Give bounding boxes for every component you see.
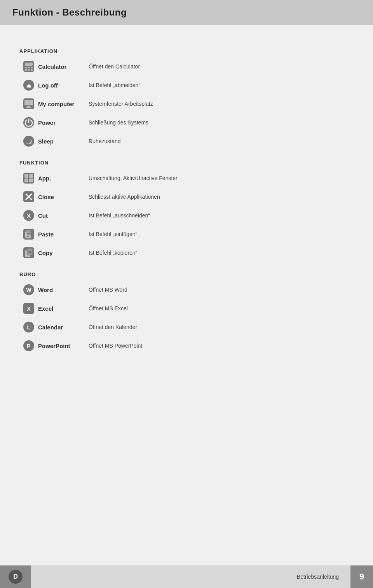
sleep-desc: Ruhezustand <box>89 138 121 144</box>
excel-icon: X <box>19 301 38 315</box>
svg-rect-28 <box>27 230 31 233</box>
svg-rect-7 <box>31 69 33 71</box>
calendar-icon: L <box>19 320 38 334</box>
power-icon <box>19 116 38 130</box>
svg-rect-34 <box>27 248 33 255</box>
paste-label: Paste <box>38 231 89 238</box>
excel-label: Excel <box>38 305 89 312</box>
copy-label: Copy <box>38 250 89 256</box>
svg-rect-12 <box>27 106 30 107</box>
svg-rect-3 <box>28 67 30 68</box>
svg-rect-31 <box>27 236 29 237</box>
list-item: Paste Ist Befehl „einfügen“ <box>16 225 357 243</box>
list-item: My computer Systemfenster Arbeitsplatz <box>16 94 357 113</box>
app-icon <box>19 171 38 185</box>
footer-center: Betriebsanleitung <box>31 565 350 588</box>
powerpoint-desc: Öffnet MS PowerPoint <box>89 343 142 349</box>
svg-rect-29 <box>27 233 31 234</box>
svg-rect-2 <box>25 67 27 68</box>
section-applikation-header: APPLIKATION <box>19 48 357 54</box>
word-label: Word <box>38 287 89 293</box>
footer-badge-area: D <box>0 565 31 588</box>
calculator-icon <box>19 60 38 74</box>
list-item: Calculator Öffnet den Calculator <box>16 57 357 76</box>
list-item: ⏏ Log off Ist Befehl „abmelden“ <box>16 76 357 94</box>
logoff-icon: ⏏ <box>19 78 38 92</box>
close-desc: Schliesst aktive Applikationen <box>89 194 160 200</box>
paste-icon <box>19 227 38 241</box>
close-label: Close <box>38 194 89 200</box>
list-item: Power Schließung des Systems <box>16 113 357 132</box>
powerpoint-icon: P <box>19 339 38 353</box>
sleep-label: Sleep <box>38 138 89 145</box>
cut-label: Cut <box>38 212 89 219</box>
calendar-label: Calendar <box>38 324 89 331</box>
svg-text:X: X <box>27 306 31 312</box>
svg-text:⏏: ⏏ <box>26 83 31 89</box>
footer-page-number: 9 <box>350 565 373 588</box>
logoff-label: Log off <box>38 82 89 89</box>
svg-text:L: L <box>27 324 30 331</box>
footer: D Betriebsanleitung 9 <box>0 565 373 588</box>
svg-rect-19 <box>24 178 28 182</box>
svg-rect-30 <box>27 234 31 235</box>
list-item: App. Umschaltung: Aktiv/Unactive Fenster <box>16 169 357 187</box>
svg-text:X: X <box>27 212 31 219</box>
svg-text:P: P <box>27 343 30 349</box>
svg-rect-20 <box>29 178 33 182</box>
svg-text:W: W <box>26 287 31 293</box>
content-area: APPLIKATION Calculator Öffnet den Calcul… <box>0 37 373 371</box>
calculator-desc: Öffnet den Calculator <box>89 63 140 70</box>
list-item: W Word Öffnet MS Word <box>16 280 357 299</box>
section-funktion-header: FUNKTION <box>19 160 357 166</box>
power-label: Power <box>38 119 89 126</box>
page-title: Funktion - Beschreibung <box>12 7 361 18</box>
list-item: X Excel Öffnet MS Excel <box>16 299 357 318</box>
mycomputer-icon <box>19 97 38 111</box>
list-item: L Calendar Öffnet den Kalender <box>16 318 357 336</box>
footer-badge: D <box>9 570 23 584</box>
svg-rect-11 <box>24 100 33 105</box>
svg-rect-36 <box>28 252 31 253</box>
excel-desc: Öffnet MS Excel <box>89 305 128 312</box>
copy-desc: Ist Befehl „kopieren“ <box>89 250 137 256</box>
svg-rect-5 <box>25 69 27 71</box>
svg-rect-17 <box>24 174 28 178</box>
svg-rect-35 <box>28 251 31 252</box>
close-icon <box>19 190 38 204</box>
word-desc: Öffnet MS Word <box>89 287 127 293</box>
svg-rect-1 <box>25 63 33 66</box>
list-item: P PowerPoint Öffnet MS PowerPoint <box>16 336 357 355</box>
mycomputer-label: My computer <box>38 101 89 107</box>
svg-rect-4 <box>31 67 33 68</box>
mycomputer-desc: Systemfenster Arbeitsplatz <box>89 101 153 107</box>
calendar-desc: Öffnet den Kalender <box>89 324 137 330</box>
list-item: Sleep Ruhezustand <box>16 132 357 150</box>
header-bar: Funktion - Beschreibung <box>0 0 373 25</box>
footer-page-text: Betriebsanleitung <box>297 574 339 580</box>
svg-rect-13 <box>26 107 31 108</box>
power-desc: Schließung des Systems <box>89 119 148 126</box>
cut-desc: Ist Befehl „ausschneiden“ <box>89 212 150 219</box>
list-item: Close Schliesst aktive Applikationen <box>16 187 357 206</box>
cut-icon: X <box>19 208 38 222</box>
list-item: Copy Ist Befehl „kopieren“ <box>16 243 357 262</box>
paste-desc: Ist Befehl „einfügen“ <box>89 231 137 237</box>
calculator-label: Calculator <box>38 63 89 70</box>
logoff-desc: Ist Befehl „abmelden“ <box>89 82 140 88</box>
list-item: X Cut Ist Befehl „ausschneiden“ <box>16 206 357 225</box>
copy-icon <box>19 246 38 260</box>
word-icon: W <box>19 283 38 297</box>
svg-rect-6 <box>28 69 30 71</box>
section-buero-header: BÜRO <box>19 271 357 277</box>
app-desc: Umschaltung: Aktiv/Unactive Fenster <box>89 175 178 181</box>
powerpoint-label: PowerPoint <box>38 343 89 349</box>
app-label: App. <box>38 175 89 182</box>
svg-rect-18 <box>29 174 33 178</box>
sleep-icon <box>19 134 38 148</box>
svg-rect-15 <box>23 136 34 147</box>
